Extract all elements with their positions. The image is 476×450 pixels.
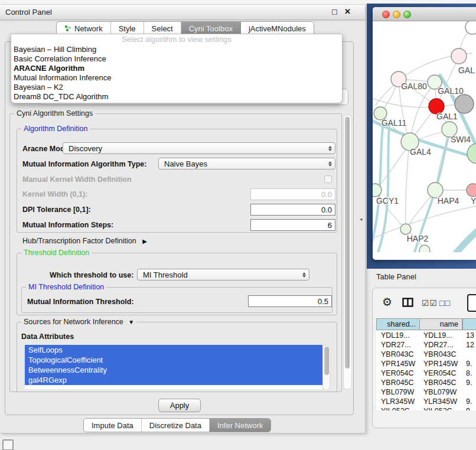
network-edge[interactable] — [406, 151, 409, 229]
manual-kernel-checkbox[interactable] — [324, 175, 332, 183]
data-attributes-list[interactable]: SelfLoopsTopologicalCoefficientBetweenne… — [25, 345, 322, 389]
table-cell[interactable]: 8. — [466, 369, 472, 378]
table-cell[interactable]: YDR27... — [423, 340, 454, 350]
table-cell[interactable]: YER054C — [423, 369, 457, 378]
table-body[interactable]: YDL19...YDL19...13YDR27...YDR27...12YBR0… — [376, 331, 476, 410]
tab-select[interactable]: Select — [144, 22, 181, 35]
attributes-scrollbar-thumb[interactable] — [324, 347, 329, 375]
dropdown-item[interactable]: Basic Correlation Inference — [11, 54, 342, 64]
table-cell[interactable]: YLR345W — [423, 397, 457, 406]
network-view-window[interactable]: GALGAL80GAL10GAL1GAL11SWI4GAL4GCY1HAP4YH… — [373, 7, 476, 260]
dropdown-item[interactable]: Mutual Information Inference — [11, 73, 342, 83]
mi-steps-input[interactable] — [250, 219, 335, 231]
table-row[interactable]: YER054CYER054C8. — [376, 369, 476, 378]
network-node-swi4[interactable] — [467, 144, 476, 164]
splitpane-collapse-icon[interactable]: ◂ — [360, 216, 363, 222]
tab-jactivemnodules[interactable]: jActiveMNodules — [241, 22, 314, 35]
tab-style[interactable]: Style — [111, 22, 144, 35]
kernel-width-input[interactable] — [250, 188, 335, 200]
tab-discretize-data[interactable]: Discretize Data — [142, 419, 210, 432]
attributes-list-scrollbar[interactable] — [322, 345, 330, 390]
tab-cyni-toolbox[interactable]: Cyni Toolbox — [181, 22, 241, 35]
table-header-cell[interactable]: shared... — [376, 318, 420, 330]
network-node[interactable] — [419, 245, 430, 252]
hide-columns-icon[interactable]: □□ — [439, 298, 451, 308]
table-cell[interactable]: YBR045C — [381, 378, 414, 387]
hub-definition-label[interactable]: Hub/Transcription Factor Definition ▶ — [22, 237, 147, 245]
table-row[interactable]: YBR043CYBR043C — [376, 350, 476, 359]
table-cell[interactable]: YPR145W — [423, 359, 458, 369]
table-cell[interactable]: YDL19... — [423, 331, 452, 340]
table-cell[interactable]: YBR043C — [423, 350, 457, 359]
dropdown-item[interactable]: ARACNE Algorithm — [11, 64, 342, 73]
table-cell[interactable]: 12 — [466, 340, 474, 350]
table-cell[interactable]: YDL19... — [381, 331, 410, 340]
network-node[interactable] — [455, 94, 474, 113]
network-canvas[interactable]: GALGAL80GAL10GAL1GAL11SWI4GAL4GCY1HAP4YH… — [373, 21, 476, 252]
network-node-gcy1[interactable] — [373, 184, 382, 197]
network-edge[interactable] — [373, 94, 435, 107]
table-cell[interactable]: 9. — [466, 378, 472, 387]
table-row[interactable]: YIL052CYIL052C9 — [376, 406, 476, 410]
control-panel-titlebar[interactable]: Control Panel ◻ ✕ — [0, 5, 365, 20]
function-builder-icon[interactable] — [467, 294, 476, 312]
table-row[interactable]: YBR045CYBR045C9. — [376, 378, 476, 387]
table-cell[interactable]: YLR345W — [381, 397, 415, 406]
tab-infer-network[interactable]: Infer Network — [210, 419, 270, 432]
table-cell[interactable]: 9 — [466, 406, 470, 410]
table-cell[interactable]: 9. — [466, 359, 472, 369]
mi-threshold-input[interactable] — [248, 295, 332, 307]
network-node-y[interactable] — [467, 184, 476, 197]
close-window-icon[interactable]: ✕ — [344, 7, 351, 16]
column-layout-icon[interactable] — [402, 298, 413, 309]
table-cell[interactable]: YPR145W — [381, 359, 415, 369]
attribute-list-item[interactable]: BetweennessCentrality — [25, 365, 322, 375]
dropdown-item[interactable]: Bayesian – Hill Climbing — [11, 45, 342, 54]
table-row[interactable]: YLR345WYLR345W9. — [376, 397, 476, 406]
float-window-icon[interactable]: ◻ — [331, 7, 338, 16]
table-cell[interactable]: YER054C — [381, 369, 414, 378]
mac-close-button[interactable] — [382, 11, 390, 18]
table-cell[interactable]: YBR045C — [423, 378, 457, 387]
table-cell[interactable]: 13 — [466, 331, 474, 340]
table-row[interactable]: YDL19...YDL19...13 — [376, 331, 476, 340]
mi-type-combobox[interactable]: Naive Bayes — [158, 158, 335, 169]
network-graph[interactable]: GALGAL80GAL10GAL1GAL11SWI4GAL4GCY1HAP4YH… — [373, 21, 476, 252]
network-node-gal[interactable] — [451, 48, 467, 64]
attribute-list-item[interactable]: gal4RGexp — [25, 375, 322, 385]
table-row[interactable]: YDR27...YDR27...12 — [376, 340, 476, 350]
network-edge[interactable] — [454, 228, 476, 252]
network-node-hap2[interactable] — [400, 224, 411, 234]
table-header-cell[interactable]: name — [420, 318, 462, 330]
table-cell[interactable]: YIL052C — [381, 406, 410, 410]
mac-zoom-button[interactable] — [403, 11, 411, 18]
apply-button[interactable]: Apply — [158, 399, 201, 412]
table-header-cell[interactable] — [462, 318, 476, 330]
settings-vertical-scrollbar[interactable] — [343, 115, 352, 390]
expand-arrow-icon[interactable]: ▶ — [142, 238, 147, 244]
table-row[interactable]: YPR145WYPR145W9. — [376, 359, 476, 369]
network-window-titlebar[interactable] — [373, 7, 476, 21]
settings-scrollbar-thumb[interactable] — [345, 117, 350, 369]
collapse-arrow-icon[interactable]: ▼ — [128, 319, 134, 325]
attribute-list-item[interactable]: SelfLoops — [25, 345, 322, 355]
table-row[interactable]: YBL079WYBL079W — [376, 387, 476, 397]
attribute-list-item[interactable]: TopologicalCoefficient — [25, 355, 322, 365]
dropdown-item[interactable]: Dream8 DC_TDC Algorithm — [11, 92, 342, 102]
show-columns-icon[interactable]: ☑☑ — [422, 298, 438, 308]
aracne-mode-combobox[interactable]: Discovery — [63, 142, 335, 154]
table-cell[interactable]: YBL079W — [423, 387, 457, 397]
tab-impute-data[interactable]: Impute Data — [84, 419, 142, 432]
dpi-tolerance-input[interactable] — [250, 204, 335, 216]
which-threshold-combobox[interactable]: MI Threshold — [137, 269, 309, 281]
table-cell[interactable]: YBR043C — [381, 350, 414, 359]
table-cell[interactable]: YBL079W — [381, 387, 414, 397]
network-node[interactable] — [465, 21, 476, 34]
table-cell[interactable]: YDR27... — [381, 340, 411, 350]
dropdown-item[interactable]: Bayesian – K2 — [11, 83, 342, 92]
docked-panel-icon[interactable] — [2, 439, 14, 450]
gear-icon[interactable]: ⚙ — [382, 296, 392, 309]
mac-minimize-button[interactable] — [393, 11, 400, 18]
table-cell[interactable]: YIL052C — [423, 406, 452, 410]
tab-network[interactable]: Network — [57, 22, 111, 35]
